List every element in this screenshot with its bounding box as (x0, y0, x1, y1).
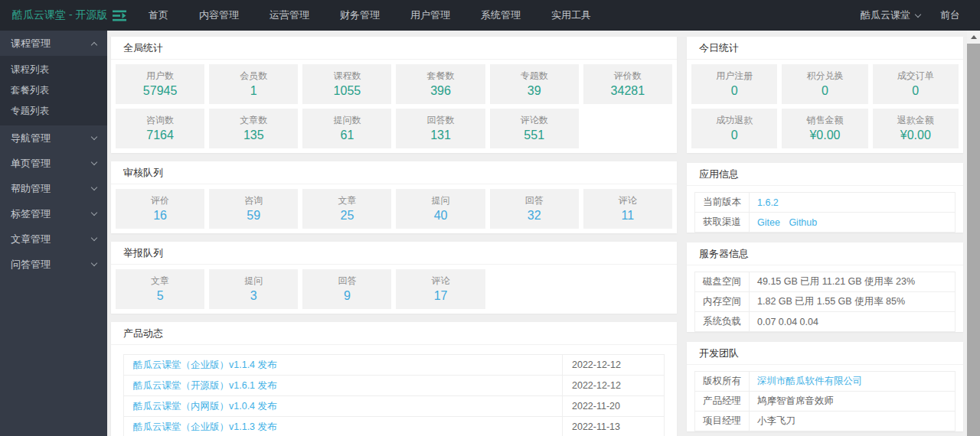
table-row: 版权所有 深圳市酷瓜软件有限公司 (695, 372, 956, 392)
sidebar-group-page[interactable]: 单页管理 (0, 151, 107, 176)
stat-tile-users[interactable]: 用户数 57945 (116, 64, 204, 104)
release-date: 2022-11-13 (563, 417, 665, 436)
stat-tile-members[interactable]: 会员数 1 (209, 64, 298, 104)
card-title: 今日统计 (687, 37, 963, 60)
chevron-down-icon (91, 159, 97, 165)
sidebar-collapse-toggle[interactable] (107, 0, 133, 31)
table-row: 酷瓜云课堂（内网版）v1.0.4 发布 2022-11-20 (124, 396, 665, 417)
github-link[interactable]: Github (789, 217, 817, 228)
nav-content[interactable]: 内容管理 (184, 0, 254, 31)
table-row: 获取渠道 Gitee Github (695, 213, 956, 233)
stat-tile-courses[interactable]: 课程数 1055 (302, 64, 391, 104)
sidebar-item-course-list[interactable]: 课程列表 (0, 60, 107, 80)
stat-tile-articles[interactable]: 文章数 135 (209, 109, 298, 148)
review-tile-questions[interactable]: 提问 40 (396, 189, 485, 229)
global-stats-card: 全局统计 用户数 57945 会员数 1 课程数 1055 套餐数 396 (111, 37, 677, 153)
brand-logo[interactable]: 酷瓜云课堂 - 开源版 (0, 8, 107, 22)
table-row: 项目经理 小李飞刀 (695, 412, 956, 431)
card-title: 产品动态 (111, 322, 677, 345)
release-link[interactable]: 酷瓜云课堂（企业版）v1.1.3 发布 (133, 421, 277, 432)
review-tile-reviews[interactable]: 评价 16 (116, 189, 204, 229)
dev-team-table: 版权所有 深圳市酷瓜软件有限公司 产品经理 鸠摩智首席音效师 项目经理 小李飞刀 (694, 371, 956, 431)
nav-home[interactable]: 首页 (133, 0, 184, 31)
nav-tools[interactable]: 实用工具 (536, 0, 606, 31)
sidebar-group-label: 问答管理 (11, 258, 51, 272)
table-row: 磁盘空间 49.15 GB 已用 11.21 GB 使用率 23% (695, 272, 956, 292)
row-label: 内存空间 (695, 292, 750, 312)
stat-tile-comments[interactable]: 评论数 551 (490, 109, 579, 148)
main-content: 全局统计 用户数 57945 会员数 1 课程数 1055 套餐数 396 (107, 31, 967, 436)
today-tile-refund-count[interactable]: 成功退款 0 (691, 109, 777, 148)
frontend-link[interactable]: 前台 (940, 8, 960, 22)
card-title: 举报队列 (111, 242, 677, 265)
row-label: 获取渠道 (695, 213, 750, 233)
table-row: 系统负载 0.07 0.04 0.04 (695, 312, 956, 332)
global-stats-tiles: 用户数 57945 会员数 1 课程数 1055 套餐数 396 专题数 3 (111, 60, 677, 153)
stat-tile-topics[interactable]: 专题数 39 (490, 64, 579, 104)
chevron-down-icon (915, 11, 921, 17)
sidebar-item-package-list[interactable]: 套餐列表 (0, 80, 107, 101)
sidebar-group-tag[interactable]: 标签管理 (0, 201, 107, 226)
company-link[interactable]: 深圳市酷瓜软件有限公司 (757, 376, 863, 386)
release-link[interactable]: 酷瓜云课堂（企业版）v1.1.4 发布 (133, 360, 277, 370)
sidebar-group-article[interactable]: 文章管理 (0, 226, 107, 252)
today-tile-orders[interactable]: 成交订单 0 (873, 64, 959, 104)
sidebar-group-help[interactable]: 帮助管理 (0, 176, 107, 201)
report-tile-articles[interactable]: 文章 5 (116, 269, 204, 309)
topbar-right: 酷瓜云课堂 前台 (861, 8, 980, 22)
server-info-card: 服务器信息 磁盘空间 49.15 GB 已用 11.21 GB 使用率 23% … (687, 242, 963, 332)
app-info-table: 当前版本 1.6.2 获取渠道 Gitee Github (694, 192, 956, 233)
nav-user[interactable]: 用户管理 (395, 0, 466, 31)
scroll-up-arrow-icon[interactable] (967, 31, 980, 44)
load-value: 0.07 0.04 0.04 (750, 312, 956, 332)
today-tile-registrations[interactable]: 用户注册 0 (691, 64, 777, 104)
nav-system[interactable]: 系统管理 (466, 0, 536, 31)
user-dropdown[interactable]: 酷瓜云课堂 (861, 8, 920, 22)
sidebar-group-qa[interactable]: 问答管理 (0, 252, 107, 277)
version-link[interactable]: 1.6.2 (757, 197, 779, 208)
report-tile-answers[interactable]: 回答 9 (302, 269, 391, 309)
today-tile-point-redeems[interactable]: 积分兑换 0 (782, 64, 867, 104)
row-label: 系统负载 (695, 312, 750, 332)
sidebar-item-topic-list[interactable]: 专题列表 (0, 101, 107, 122)
scrollbar-thumb[interactable] (967, 44, 980, 436)
report-tile-comments[interactable]: 评论 17 (396, 269, 485, 309)
card-title: 应用信息 (687, 163, 963, 186)
review-tile-comments[interactable]: 评论 11 (583, 189, 672, 229)
stat-tile-reviews[interactable]: 评价数 34281 (583, 64, 672, 104)
stat-tile-answers[interactable]: 回答数 131 (396, 109, 485, 148)
review-tile-answers[interactable]: 回答 32 (490, 189, 579, 229)
today-tile-sales-amount[interactable]: 销售金额 ¥0.00 (782, 109, 867, 148)
server-info-table: 磁盘空间 49.15 GB 已用 11.21 GB 使用率 23% 内存空间 1… (694, 272, 956, 332)
chevron-down-icon (91, 260, 97, 266)
report-tile-questions[interactable]: 提问 3 (209, 269, 298, 309)
nav-finance[interactable]: 财务管理 (325, 0, 395, 31)
row-label: 磁盘空间 (695, 272, 750, 292)
review-tile-consults[interactable]: 咨询 59 (209, 189, 298, 229)
release-date: 2022-12-12 (563, 355, 665, 376)
nav-operation[interactable]: 运营管理 (254, 0, 325, 31)
stat-tile-packages[interactable]: 套餐数 396 (396, 64, 485, 104)
table-row: 酷瓜云课堂（企业版）v1.1.3 发布 2022-11-13 (124, 417, 665, 436)
gitee-link[interactable]: Gitee (757, 217, 780, 228)
sidebar-group-label: 导航管理 (11, 132, 51, 145)
row-label: 产品经理 (695, 392, 750, 412)
chevron-up-icon (91, 41, 97, 47)
stat-tile-consults[interactable]: 咨询数 7164 (116, 109, 204, 148)
sidebar-group-course[interactable]: 课程管理 (0, 31, 107, 56)
left-column: 全局统计 用户数 57945 会员数 1 课程数 1055 套餐数 396 (111, 37, 677, 436)
review-tile-articles[interactable]: 文章 25 (302, 189, 391, 229)
stat-tile-questions[interactable]: 提问数 61 (302, 109, 391, 148)
sidebar-group-nav[interactable]: 导航管理 (0, 125, 107, 151)
report-queue-card: 举报队列 文章 5 提问 3 回答 9 评论 17 (111, 242, 677, 314)
sidebar-group-label: 课程管理 (11, 37, 51, 50)
release-link[interactable]: 酷瓜云课堂（内网版）v1.0.4 发布 (133, 401, 277, 412)
card-title: 审核队列 (111, 161, 677, 184)
review-queue-card: 审核队列 评价 16 咨询 59 文章 25 提问 40 (111, 161, 677, 233)
card-title: 服务器信息 (687, 242, 963, 265)
vertical-scrollbar[interactable] (967, 31, 980, 436)
today-stats-card: 今日统计 用户注册 0 积分兑换 0 成交订单 0 成功退款 0 (687, 37, 963, 153)
pm-value: 鸠摩智首席音效师 (750, 392, 956, 412)
today-tile-refund-amount[interactable]: 退款金额 ¥0.00 (873, 109, 959, 148)
release-link[interactable]: 酷瓜云课堂（开源版）v1.6.1 发布 (133, 380, 277, 391)
